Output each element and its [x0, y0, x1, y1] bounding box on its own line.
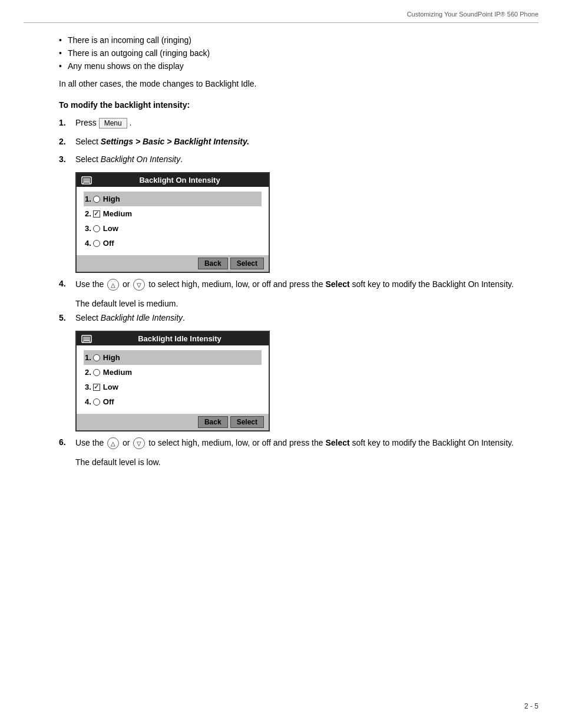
radio-high	[93, 196, 100, 203]
screen1-title: Backlight On Intensity	[95, 176, 264, 185]
screen2-title: Backlight Idle Intensity	[95, 334, 264, 343]
step-1: 1. Press Menu .	[59, 118, 527, 129]
step-content-5: Select Backlight Idle Intensity.	[75, 313, 527, 322]
screen2-option-4: 4. Off	[84, 394, 262, 409]
arrow-down-icon-2: ▽	[133, 437, 145, 449]
radio-low	[93, 225, 100, 232]
step6-default: The default level is low.	[75, 457, 527, 467]
option-num: 4.	[85, 239, 91, 248]
option-num: 1.	[85, 353, 91, 362]
section-heading: To modify the backlight intensity:	[59, 100, 527, 110]
screen2-body: 1. High 2. Medium 3. Low 4. Off	[77, 345, 269, 414]
radio-off	[93, 240, 100, 247]
phone-screen-2: Backlight Idle Intensity 1. High 2. Medi…	[75, 331, 270, 431]
option-num: 2.	[85, 368, 91, 377]
list-item: There is an incoming call (ringing)	[59, 35, 527, 45]
screen1-footer: Back Select	[77, 255, 269, 272]
screen2-back-button[interactable]: Back	[198, 416, 228, 428]
step-3: 3. Select Backlight On Intensity.	[59, 154, 527, 164]
screen1-titlebar: Backlight On Intensity	[77, 173, 269, 187]
step-num-3: 3.	[59, 154, 75, 164]
step-content-2: Select Settings > Basic > Backlight Inte…	[75, 137, 527, 146]
page-header: Customizing Your SoundPoint IP® 560 Phon…	[407, 11, 538, 18]
option-num: 1.	[85, 195, 91, 203]
page-footer: 2 - 5	[524, 702, 538, 710]
screen1-back-button[interactable]: Back	[198, 258, 228, 269]
bullet-list: There is an incoming call (ringing) Ther…	[59, 35, 527, 71]
step-2: 2. Select Settings > Basic > Backlight I…	[59, 137, 527, 146]
steps-list: 1. Press Menu . 2. Select Settings > Bas…	[59, 118, 527, 164]
arrow-down-icon: ▽	[133, 279, 145, 291]
step-4: 4. Use the △ or ▽ to select high, medium…	[59, 279, 527, 291]
screen2-footer: Back Select	[77, 414, 269, 430]
screen2-select-button[interactable]: Select	[230, 416, 264, 428]
screen1-option-1: 1. High	[84, 192, 262, 206]
screen1-option-4: 4. Off	[84, 236, 262, 251]
screen1-select-button[interactable]: Select	[230, 258, 264, 269]
main-content: There is an incoming call (ringing) Ther…	[59, 35, 527, 472]
radio-off-2	[93, 398, 100, 406]
list-item: Any menu shows on the display	[59, 61, 527, 71]
intro-text: In all other cases, the mode changes to …	[59, 79, 527, 88]
step-content-3: Select Backlight On Intensity.	[75, 154, 527, 164]
step-content-1: Press Menu .	[75, 118, 527, 129]
step-5: 5. Select Backlight Idle Intensity.	[59, 313, 527, 322]
phone-icon	[81, 176, 92, 185]
screen2-option-1: 1. High	[84, 350, 262, 365]
option-num: 3.	[85, 224, 91, 233]
option-num: 3.	[85, 383, 91, 391]
step-num-4: 4.	[59, 279, 75, 288]
radio-high-2	[93, 354, 100, 361]
screen1-option-2: 2. Medium	[84, 206, 262, 221]
screen2-option-3: 3. Low	[84, 380, 262, 394]
step-num-5: 5.	[59, 313, 75, 322]
check-medium	[93, 210, 100, 218]
step-content-4: Use the △ or ▽ to select high, medium, l…	[75, 279, 527, 291]
screen1-option-3: 3. Low	[84, 221, 262, 236]
header-rule	[24, 22, 538, 23]
option-num: 2.	[85, 209, 91, 218]
arrow-up-icon-2: △	[107, 437, 119, 449]
step-num-1: 1.	[59, 118, 75, 127]
phone-screen-1: Backlight On Intensity 1. High 2. Medium…	[75, 172, 270, 273]
screen2-titlebar: Backlight Idle Intensity	[77, 332, 269, 345]
check-low-2	[93, 384, 100, 391]
step4-default: The default level is medium.	[75, 299, 527, 308]
step-content-6: Use the △ or ▽ to select high, medium, l…	[75, 437, 527, 449]
step-num-2: 2.	[59, 137, 75, 146]
header-title: Customizing Your SoundPoint IP® 560 Phon…	[407, 11, 538, 18]
option-num: 4.	[85, 397, 91, 406]
menu-button: Menu	[99, 118, 127, 129]
step-num-6: 6.	[59, 437, 75, 447]
list-item: There is an outgoing call (ringing back)	[59, 48, 527, 58]
arrow-up-icon: △	[107, 279, 119, 291]
radio-medium-2	[93, 369, 100, 376]
phone-icon-2	[81, 335, 92, 343]
step-6: 6. Use the △ or ▽ to select high, medium…	[59, 437, 527, 449]
screen1-body: 1. High 2. Medium 3. Low 4. Off	[77, 187, 269, 255]
page-number: 2 - 5	[524, 702, 538, 710]
screen2-option-2: 2. Medium	[84, 365, 262, 380]
